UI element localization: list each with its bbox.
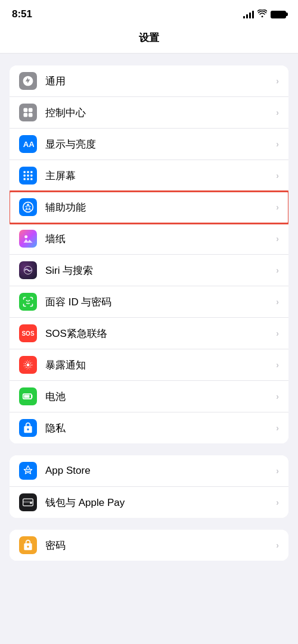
svg-rect-11 — [24, 178, 26, 180]
settings-item-siri[interactable]: Siri 与搜索 › — [10, 255, 288, 286]
password-label: 密码 — [45, 539, 276, 552]
accessibility-icon — [19, 198, 37, 216]
settings-item-password[interactable]: 密码 › — [10, 530, 288, 561]
exposure-chevron: › — [276, 360, 279, 370]
appstore-label: App Store — [45, 465, 276, 477]
svg-point-18 — [27, 364, 30, 367]
settings-item-control-center[interactable]: 控制中心 › — [10, 97, 288, 129]
settings-item-accessibility[interactable]: 辅助功能 › — [10, 192, 288, 223]
home-screen-chevron: › — [276, 171, 279, 180]
wifi-icon — [257, 10, 267, 19]
status-icons — [243, 10, 286, 19]
password-chevron: › — [276, 540, 279, 550]
svg-text:AA: AA — [23, 140, 34, 149]
privacy-chevron: › — [276, 423, 279, 433]
sos-label: SOS紧急联络 — [45, 327, 276, 340]
status-time: 8:51 — [12, 8, 32, 20]
settings-item-appstore[interactable]: App Store › — [10, 455, 288, 487]
svg-rect-3 — [29, 113, 33, 117]
settings-item-battery[interactable]: 电池 › — [10, 381, 288, 412]
settings-item-display[interactable]: AA 显示与亮度 › — [10, 129, 288, 160]
sos-chevron: › — [276, 329, 279, 338]
svg-rect-2 — [24, 113, 28, 117]
home-screen-label: 主屏幕 — [45, 169, 276, 183]
svg-point-16 — [24, 235, 27, 238]
settings-item-home-screen[interactable]: 主屏幕 › — [10, 160, 288, 192]
home-screen-icon — [19, 167, 37, 185]
svg-rect-9 — [27, 174, 29, 176]
privacy-label: 隐私 — [45, 421, 276, 435]
control-center-icon — [19, 104, 37, 121]
settings-item-exposure[interactable]: 暴露通知 › — [10, 349, 288, 381]
siri-label: Siri 与搜索 — [45, 264, 276, 277]
wallpaper-chevron: › — [276, 234, 279, 243]
svg-rect-1 — [29, 108, 33, 112]
svg-rect-13 — [30, 178, 32, 180]
svg-rect-22 — [24, 395, 29, 398]
status-bar: 8:51 — [0, 0, 298, 25]
control-center-chevron: › — [276, 108, 279, 117]
svg-point-14 — [23, 202, 33, 212]
signal-icon — [243, 11, 254, 18]
svg-rect-10 — [30, 174, 32, 176]
battery-icon — [271, 11, 286, 18]
settings-group-3: 密码 › — [10, 530, 288, 561]
sos-icon: SOS — [19, 324, 37, 342]
battery-settings-icon — [19, 387, 37, 405]
battery-chevron: › — [276, 392, 279, 401]
general-label: 通用 — [45, 74, 276, 88]
svg-rect-5 — [24, 171, 26, 173]
wallpaper-label: 墙纸 — [45, 232, 276, 246]
svg-rect-12 — [27, 178, 29, 180]
page-title: 设置 — [0, 25, 298, 54]
general-icon — [19, 72, 37, 90]
exposure-label: 暴露通知 — [45, 358, 276, 372]
accessibility-label: 辅助功能 — [45, 201, 276, 214]
battery-label: 电池 — [45, 390, 276, 404]
wallet-icon — [19, 493, 37, 511]
siri-chevron: › — [276, 265, 279, 275]
wallpaper-icon — [19, 230, 37, 248]
exposure-icon — [19, 356, 37, 374]
faceid-chevron: › — [276, 297, 279, 307]
faceid-label: 面容 ID 与密码 — [45, 295, 276, 309]
settings-item-sos[interactable]: SOS SOS紧急联络 › — [10, 318, 288, 349]
settings-group-1: 通用 › 控制中心 › AA 显示与亮度 — [10, 65, 288, 443]
svg-point-15 — [27, 204, 29, 205]
wallet-chevron: › — [276, 498, 279, 507]
svg-rect-6 — [27, 171, 29, 173]
settings-item-wallet[interactable]: 钱包与 Apple Pay › — [10, 487, 288, 518]
svg-rect-0 — [24, 108, 28, 112]
display-chevron: › — [276, 139, 279, 149]
faceid-icon — [19, 293, 37, 311]
password-icon — [19, 536, 37, 554]
svg-rect-8 — [24, 174, 26, 176]
svg-rect-25 — [30, 502, 32, 504]
siri-icon — [19, 261, 37, 279]
display-icon: AA — [19, 135, 37, 153]
control-center-label: 控制中心 — [45, 106, 276, 120]
settings-content: 通用 › 控制中心 › AA 显示与亮度 — [0, 54, 298, 584]
display-label: 显示与亮度 — [45, 137, 276, 151]
settings-item-general[interactable]: 通用 › — [10, 65, 288, 97]
wallet-label: 钱包与 Apple Pay — [45, 496, 276, 509]
appstore-chevron: › — [276, 466, 279, 476]
settings-group-2: App Store › 钱包与 Apple Pay › — [10, 455, 288, 518]
accessibility-chevron: › — [276, 202, 279, 212]
settings-item-wallpaper[interactable]: 墙纸 › — [10, 223, 288, 255]
svg-rect-7 — [30, 171, 32, 173]
settings-item-faceid[interactable]: 面容 ID 与密码 › — [10, 286, 288, 318]
general-chevron: › — [276, 76, 279, 86]
settings-item-privacy[interactable]: 隐私 › — [10, 412, 288, 443]
privacy-icon — [19, 419, 37, 437]
appstore-icon — [19, 462, 37, 480]
